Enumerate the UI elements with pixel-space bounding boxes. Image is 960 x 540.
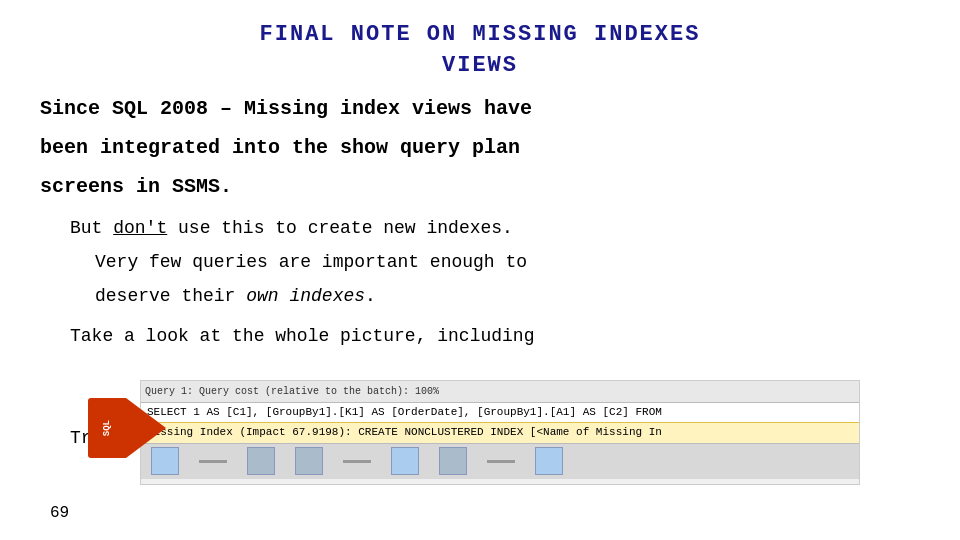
tab-body: SQL <box>88 398 126 458</box>
paragraph3-line1: Take a look at the whole picture, includ… <box>70 323 920 349</box>
icon-6 <box>535 447 563 475</box>
para2-line3-pre: deserve their <box>95 286 246 306</box>
para2-line3-post: . <box>365 286 376 306</box>
icon-4 <box>391 447 419 475</box>
separator-1 <box>199 460 227 463</box>
slide-container: FINAL NOTE ON MISSING INDEXES VIEWS Sinc… <box>0 0 960 540</box>
title-line-2: VIEWS <box>40 51 920 82</box>
paragraph1-line2: been integrated into the show query plan <box>40 133 920 162</box>
paragraph1-line1: Since SQL 2008 – Missing index views hav… <box>40 94 920 123</box>
para2-underline: don't <box>113 218 167 238</box>
icon-5 <box>439 447 467 475</box>
para2-post: use this to create new indexes. <box>167 218 513 238</box>
separator-2 <box>343 460 371 463</box>
para2-line2: Very few queries are important enough to <box>95 252 527 272</box>
paragraph2-line1: But don't use this to create new indexes… <box>70 215 920 241</box>
screenshot-bottom-icons <box>141 443 859 479</box>
title-block: FINAL NOTE ON MISSING INDEXES VIEWS <box>40 20 920 82</box>
arrow-point <box>126 398 166 458</box>
title-line-1: FINAL NOTE ON MISSING INDEXES <box>40 20 920 51</box>
slide-number: 69 <box>50 504 69 522</box>
icon-3 <box>295 447 323 475</box>
ssms-screenshot: Query 1: Query cost (relative to the bat… <box>140 380 860 485</box>
missing-index-text: Missing Index (Impact 67.9198): CREATE N… <box>141 422 859 442</box>
paragraph1-line3: screens in SSMS. <box>40 172 920 201</box>
paragraph2-line3: deserve their own indexes. <box>95 283 920 309</box>
tab-text: SQL <box>102 420 112 436</box>
icon-2 <box>247 447 275 475</box>
paragraph2-line2: Very few queries are important enough to <box>95 249 920 275</box>
arrow-tab: SQL <box>88 398 166 458</box>
separator-3 <box>487 460 515 463</box>
para2-line3-italic: own indexes <box>246 286 365 306</box>
para2-pre: But <box>70 218 113 238</box>
screenshot-toolbar: Query 1: Query cost (relative to the bat… <box>141 381 859 403</box>
query-label: Query 1: Query cost (relative to the bat… <box>145 386 439 397</box>
para3-line1: Take a look at the whole picture, includ… <box>70 326 534 346</box>
query-text: SELECT 1 AS [C1], [GroupBy1].[K1] AS [Or… <box>141 403 859 422</box>
